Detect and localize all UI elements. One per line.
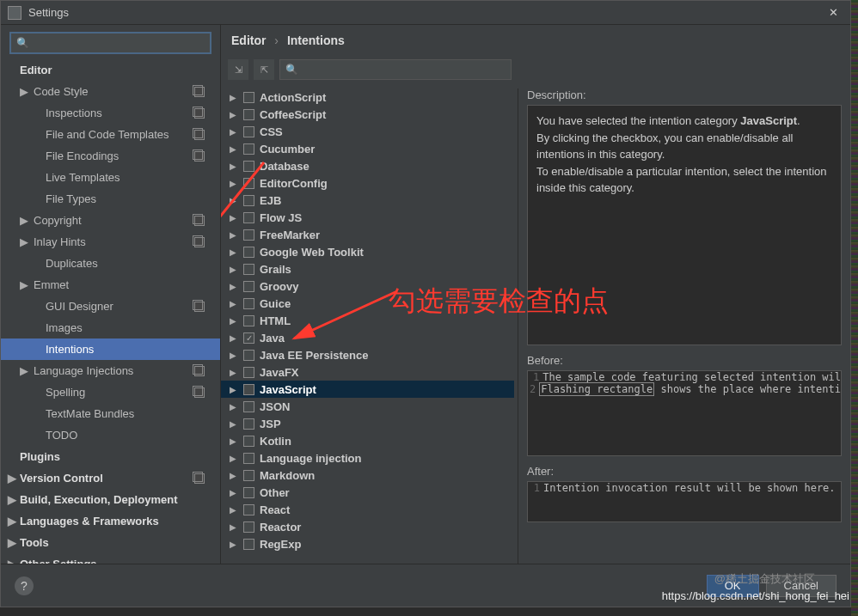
intention-actionscript[interactable]: ▶ActionScript — [221, 88, 514, 106]
checkbox[interactable] — [243, 126, 254, 137]
sidebar-item-languages-frameworks[interactable]: ▶Languages & Frameworks — [1, 510, 220, 532]
checkbox[interactable] — [243, 109, 254, 120]
intention-language-injection[interactable]: ▶Language injection — [221, 449, 514, 467]
checkbox[interactable] — [243, 487, 254, 498]
checkbox[interactable] — [243, 229, 254, 241]
intention-java[interactable]: ▶✓Java — [221, 329, 514, 346]
sidebar-item-spelling[interactable]: Spelling — [1, 381, 220, 403]
checkbox[interactable] — [243, 178, 254, 189]
intention-java-ee-persistence[interactable]: ▶Java EE Persistence — [221, 346, 514, 363]
checkbox[interactable] — [243, 539, 254, 550]
checkbox[interactable] — [243, 350, 254, 361]
sidebar-item-code-style[interactable]: ▶Code Style — [1, 81, 220, 102]
intention-label: Cucumber — [260, 143, 315, 156]
sidebar-item-label: Images — [46, 321, 83, 334]
sidebar-item-file-encodings[interactable]: File Encodings — [1, 145, 220, 167]
checkbox[interactable] — [243, 195, 254, 206]
intention-markdown[interactable]: ▶Markdown — [221, 467, 514, 484]
checkbox[interactable] — [243, 401, 254, 412]
checkbox[interactable] — [243, 504, 254, 515]
checkbox[interactable]: ✓ — [243, 332, 254, 344]
intention-jsp[interactable]: ▶JSP — [221, 415, 514, 432]
checkbox[interactable] — [243, 436, 254, 447]
checkbox[interactable] — [243, 315, 254, 326]
intention-guice[interactable]: ▶Guice — [221, 295, 514, 312]
intention-kotlin[interactable]: ▶Kotlin — [221, 432, 514, 449]
chevron-right-icon: ▶ — [8, 536, 16, 549]
filter-input[interactable] — [302, 64, 506, 76]
intention-css[interactable]: ▶CSS — [221, 123, 514, 140]
checkbox[interactable] — [243, 298, 254, 309]
sidebar-item-build-execution-deployment[interactable]: ▶Build, Execution, Deployment — [1, 489, 220, 510]
filter-field[interactable]: 🔍 — [279, 59, 512, 80]
checkbox[interactable] — [243, 521, 254, 533]
intention-react[interactable]: ▶React — [221, 501, 514, 518]
intention-label: FreeMarker — [260, 229, 320, 241]
intention-html[interactable]: ▶HTML — [221, 312, 514, 329]
checkbox[interactable] — [243, 470, 254, 481]
intention-reactor[interactable]: ▶Reactor — [221, 518, 514, 535]
sidebar-item-images[interactable]: Images — [1, 317, 220, 338]
intention-other[interactable]: ▶Other — [221, 484, 514, 501]
intention-javafx[interactable]: ▶JavaFX — [221, 363, 514, 381]
sidebar-item-other-settings[interactable]: ▶Other Settings — [1, 553, 220, 564]
checkbox[interactable] — [243, 384, 254, 395]
intention-label: Groovy — [260, 280, 299, 293]
sidebar-item-label: Version Control — [20, 472, 103, 485]
sidebar-item-textmate-bundles[interactable]: TextMate Bundles — [1, 403, 220, 424]
checkbox[interactable] — [243, 143, 254, 155]
intention-cucumber[interactable]: ▶Cucumber — [221, 140, 514, 157]
intention-google-web-toolkit[interactable]: ▶Google Web Toolkit — [221, 243, 514, 260]
sidebar-item-label: Plugins — [20, 450, 60, 463]
intention-label: EditorConfig — [260, 177, 328, 190]
sidebar-item-inlay-hints[interactable]: ▶Inlay Hints — [1, 231, 220, 253]
intention-freemarker[interactable]: ▶FreeMarker — [221, 226, 514, 243]
sidebar-item-copyright[interactable]: ▶Copyright — [1, 210, 220, 231]
intention-json[interactable]: ▶JSON — [221, 398, 514, 415]
sidebar-item-editor[interactable]: Editor — [1, 59, 220, 81]
checkbox[interactable] — [243, 453, 254, 464]
help-button[interactable]: ? — [15, 576, 34, 595]
sidebar-item-tools[interactable]: ▶Tools — [1, 532, 220, 553]
checkbox[interactable] — [243, 418, 254, 430]
settings-tree[interactable]: Editor▶Code StyleInspectionsFile and Cod… — [1, 59, 220, 564]
intention-javascript[interactable]: ▶JavaScript — [221, 381, 514, 398]
sidebar-item-file-types[interactable]: File Types — [1, 188, 220, 210]
intention-database[interactable]: ▶Database — [221, 157, 514, 174]
checkbox[interactable] — [243, 92, 254, 103]
ok-button[interactable]: OK — [707, 575, 759, 597]
sidebar-item-version-control[interactable]: ▶Version Control — [1, 467, 220, 489]
sidebar-item-inspections[interactable]: Inspections — [1, 102, 220, 124]
checkbox[interactable] — [243, 264, 254, 275]
sidebar-item-language-injections[interactable]: ▶Language Injections — [1, 360, 220, 381]
sidebar-item-todo[interactable]: TODO — [1, 424, 220, 446]
intention-coffeescript[interactable]: ▶CoffeeScript — [221, 106, 514, 123]
cancel-button[interactable]: Cancel — [766, 575, 837, 597]
sidebar-search[interactable]: 🔍 — [9, 32, 211, 54]
checkbox[interactable] — [243, 212, 254, 223]
sidebar-item-plugins[interactable]: Plugins — [1, 446, 220, 467]
sidebar-item-intentions[interactable]: Intentions — [1, 338, 220, 360]
expand-all-button[interactable]: ⇲ — [228, 59, 248, 80]
sidebar-item-gui-designer[interactable]: GUI Designer — [1, 296, 220, 317]
checkbox[interactable] — [243, 161, 254, 172]
checkbox[interactable] — [243, 281, 254, 292]
collapse-all-button[interactable]: ⇱ — [254, 59, 274, 80]
chevron-right-icon: ▶ — [230, 144, 238, 154]
sidebar-item-duplicates[interactable]: Duplicates — [1, 253, 220, 274]
intention-grails[interactable]: ▶Grails — [221, 260, 514, 278]
intentions-tree[interactable]: ▶ActionScript▶CoffeeScript▶CSS▶Cucumber▶… — [221, 88, 518, 564]
intention-ejb[interactable]: ▶EJB — [221, 192, 514, 209]
intention-regexp[interactable]: ▶RegExp — [221, 535, 514, 552]
intention-editorconfig[interactable]: ▶EditorConfig — [221, 174, 514, 192]
sidebar-item-live-templates[interactable]: Live Templates — [1, 167, 220, 188]
search-input[interactable] — [33, 37, 205, 50]
checkbox[interactable] — [243, 367, 254, 378]
checkbox[interactable] — [243, 247, 254, 258]
intention-flow-js[interactable]: ▶Flow JS — [221, 209, 514, 226]
close-button[interactable]: ✕ — [823, 3, 843, 23]
sidebar-item-file-and-code-templates[interactable]: File and Code Templates — [1, 124, 220, 145]
intention-groovy[interactable]: ▶Groovy — [221, 278, 514, 295]
profile-icon — [194, 108, 205, 119]
sidebar-item-emmet[interactable]: ▶Emmet — [1, 274, 220, 296]
